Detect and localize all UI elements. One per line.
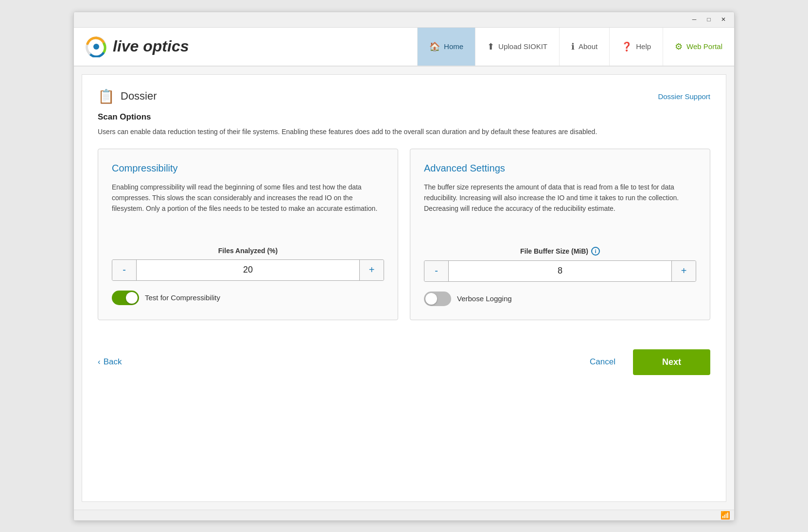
file-buffer-minus[interactable]: - <box>424 261 449 281</box>
page-title: Dossier <box>121 90 157 103</box>
back-label: Back <box>104 357 122 367</box>
compressibility-title: Compressibility <box>112 163 384 174</box>
nav-help-label: Help <box>636 42 651 51</box>
logo-icon <box>86 36 107 57</box>
compressibility-toggle-row: Test for Compressibility <box>112 291 384 305</box>
section-title: Scan Options <box>98 112 710 122</box>
nav-home-label: Home <box>444 42 463 51</box>
nav-home[interactable]: 🏠 Home <box>417 28 475 66</box>
verbose-logging-label: Verbose Logging <box>457 294 512 303</box>
section-description: Users can enable data reduction testing … <box>98 127 632 137</box>
back-chevron-icon: ‹ <box>98 357 101 367</box>
files-analyzed-label: Files Analyzed (%) <box>112 247 384 255</box>
nav-help[interactable]: ❓ Help <box>609 28 663 66</box>
close-button[interactable]: ✕ <box>717 14 730 25</box>
back-button[interactable]: ‹ Back <box>98 357 122 367</box>
nav-about[interactable]: ℹ About <box>559 28 609 66</box>
page-title-area: 📋 Dossier <box>98 88 157 104</box>
nav-about-label: About <box>579 42 597 51</box>
upload-icon: ⬆ <box>487 41 494 52</box>
dossier-icon: 📋 <box>98 88 115 104</box>
dossier-support-link[interactable]: Dossier Support <box>658 92 710 101</box>
svg-point-1 <box>93 44 99 50</box>
compressibility-toggle-thumb <box>126 292 138 304</box>
nav-webportal-label: Web Portal <box>686 42 722 51</box>
verbose-logging-toggle[interactable] <box>424 292 451 306</box>
statusbar: 📶 <box>74 510 734 520</box>
logo-area: live optics <box>74 28 229 66</box>
compressibility-desc: Enabling compressibility will read the b… <box>112 182 384 235</box>
page-header: 📋 Dossier Dossier Support <box>98 88 710 104</box>
nav-upload[interactable]: ⬆ Upload SIOKIT <box>475 28 559 66</box>
footer-right: Cancel Next <box>580 349 710 375</box>
files-analyzed-stepper: - 20 + <box>112 259 384 281</box>
buffer-info-icon[interactable]: i <box>591 247 600 256</box>
titlebar: ─ □ ✕ <box>74 12 734 28</box>
files-analyzed-value[interactable]: 20 <box>137 260 359 280</box>
advanced-settings-title: Advanced Settings <box>424 163 696 174</box>
advanced-settings-desc: The buffer size represents the amount of… <box>424 182 696 235</box>
main-content: 📋 Dossier Dossier Support Scan Options U… <box>82 74 726 502</box>
file-buffer-value[interactable]: 8 <box>449 261 671 281</box>
file-buffer-plus[interactable]: + <box>671 261 696 281</box>
maximize-button[interactable]: □ <box>702 14 716 25</box>
home-icon: 🏠 <box>429 41 440 52</box>
footer: ‹ Back Cancel Next <box>98 340 710 379</box>
header: live optics 🏠 Home ⬆ Upload SIOKIT ℹ Abo… <box>74 28 734 67</box>
verbose-logging-toggle-row: Verbose Logging <box>424 292 696 306</box>
files-analyzed-plus[interactable]: + <box>359 260 384 280</box>
nav-webportal[interactable]: ⚙ Web Portal <box>663 28 734 66</box>
compressibility-card: Compressibility Enabling compressibility… <box>98 149 398 320</box>
file-buffer-label: File Buffer Size (MiB) i <box>424 247 696 256</box>
verbose-logging-toggle-thumb <box>425 293 437 305</box>
next-button[interactable]: Next <box>633 349 710 375</box>
app-window: ─ □ ✕ live optics 🏠 Home ⬆ <box>73 12 735 521</box>
advanced-settings-card: Advanced Settings The buffer size repres… <box>410 149 710 320</box>
cards-row: Compressibility Enabling compressibility… <box>98 149 710 320</box>
minimize-button[interactable]: ─ <box>687 14 701 25</box>
file-buffer-stepper: - 8 + <box>424 260 696 282</box>
compressibility-toggle[interactable] <box>112 291 139 305</box>
logo-text: live optics <box>113 37 189 55</box>
network-status-icon: 📶 <box>720 511 730 520</box>
files-analyzed-minus[interactable]: - <box>112 260 137 280</box>
nav-area: 🏠 Home ⬆ Upload SIOKIT ℹ About ❓ Help ⚙ … <box>417 28 734 66</box>
help-icon: ❓ <box>621 41 632 52</box>
compressibility-toggle-label: Test for Compressibility <box>145 293 220 302</box>
webportal-icon: ⚙ <box>675 41 683 52</box>
info-nav-icon: ℹ <box>571 41 575 52</box>
cancel-button[interactable]: Cancel <box>580 352 625 372</box>
nav-upload-label: Upload SIOKIT <box>498 42 547 51</box>
